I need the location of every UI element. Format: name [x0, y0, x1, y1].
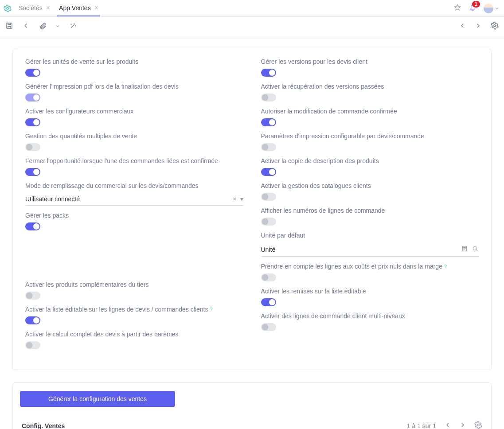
toggle-manage_versions[interactable]: [261, 69, 276, 77]
chevron-down-icon[interactable]: ▾: [240, 195, 243, 203]
setting-complementary_products: Activer les produits complémentaires du …: [25, 281, 243, 300]
toggle-close_opportunity[interactable]: [25, 168, 40, 176]
setting-label: Activer la copie de description des prod…: [261, 157, 479, 164]
toggle-editable_list[interactable]: [25, 316, 40, 324]
toggle-discounts_editable[interactable]: [261, 298, 276, 306]
view-settings-icon[interactable]: [491, 22, 499, 31]
close-icon[interactable]: ×: [94, 4, 98, 12]
tab-label: Sociétés: [19, 4, 43, 12]
close-icon[interactable]: ×: [46, 4, 50, 12]
svg-point-4: [473, 246, 477, 250]
tab-app-ventes[interactable]: App Ventes ×: [57, 0, 100, 16]
config-section-title: Config. Ventes: [22, 422, 65, 429]
setting-zero_cost_margin: Prendre en compte les lignes aux coûts e…: [261, 263, 479, 281]
setting-label: Afficher les numéros de lignes de comman…: [261, 207, 479, 214]
toggle-multilevel_lines[interactable]: [261, 323, 276, 331]
setting-editable_list: Activer la liste éditable sur les lignes…: [25, 306, 243, 324]
setting-copy_product_desc: Activer la copie de description des prod…: [261, 157, 479, 176]
notifications-bell[interactable]: 1: [469, 4, 477, 13]
record-toolbar: [0, 17, 504, 36]
svg-point-5: [477, 424, 480, 426]
back-icon[interactable]: [22, 22, 30, 31]
next-page-icon[interactable]: [459, 421, 466, 429]
setting-label: Activer les produits complémentaires du …: [25, 281, 243, 288]
grid-settings-icon[interactable]: [474, 421, 482, 429]
setting-label: Gérer les packs: [25, 212, 243, 219]
setting-allow_edit_confirmed: Autoriser la modification de commande co…: [261, 108, 479, 126]
toggle-multi_qty[interactable]: [25, 143, 40, 151]
star-icon[interactable]: [453, 4, 461, 13]
toggle-allow_edit_confirmed[interactable]: [261, 118, 276, 126]
toggle-enable_configurators[interactable]: [25, 118, 40, 126]
lookup-default_unit[interactable]: Unité: [261, 242, 479, 257]
svg-point-2: [494, 25, 496, 27]
prev-record-icon[interactable]: [459, 22, 466, 31]
setting-label: Activer la récupération des versions pas…: [261, 83, 479, 90]
setting-label: Autoriser la modification de commande co…: [261, 108, 479, 115]
setting-print_params: Paramètres d'impression configurable par…: [261, 133, 479, 151]
toggle-print_params[interactable]: [261, 143, 276, 151]
setting-label: Activer le calcul complet des devis à pa…: [25, 331, 243, 338]
prev-page-icon[interactable]: [444, 421, 451, 429]
toggle-copy_product_desc[interactable]: [261, 168, 276, 176]
tab-societes[interactable]: Sociétés ×: [17, 0, 52, 16]
help-icon[interactable]: ?: [210, 307, 212, 312]
toggle-manage_sale_units[interactable]: [25, 69, 40, 77]
setting-manage_sale_units: Gérer les unités de vente sur les produi…: [25, 58, 243, 77]
toggle-client_catalogs[interactable]: [261, 193, 276, 201]
toggle-full_bareme_calc[interactable]: [25, 341, 40, 349]
toggle-recover_past_versions[interactable]: [261, 94, 276, 101]
top-tabs-bar: Sociétés × App Ventes × 1: [0, 0, 504, 17]
setting-client_catalogs: Activer la gestion des catalogues client…: [261, 182, 479, 201]
app-home-icon[interactable]: [4, 0, 12, 16]
setting-recover_past_versions: Activer la récupération des versions pas…: [261, 83, 479, 101]
setting-default_unit: Unité par défautUnité: [261, 232, 479, 257]
setting-manage_versions: Gérer les versions pour les devis client: [261, 58, 479, 77]
setting-fill_mode: Mode de remplissage du commercial sur le…: [25, 182, 243, 206]
setting-label: Activer la liste éditable sur les lignes…: [25, 306, 243, 313]
setting-label: Unité par défaut: [261, 232, 479, 239]
setting-pdf_on_finalize: Générer l'impression pdf lors de la fina…: [25, 83, 243, 101]
next-record-icon[interactable]: [475, 22, 482, 31]
setting-manage_packs: Gérer les packs: [25, 212, 243, 230]
setting-multi_qty: Gestion des quantités multiples de vente: [25, 133, 243, 151]
help-icon[interactable]: ?: [444, 264, 447, 269]
setting-enable_configurators: Activer les configurateurs commerciaux: [25, 108, 243, 126]
setting-label: Activer la gestion des catalogues client…: [261, 182, 479, 189]
magic-wand-icon[interactable]: [69, 22, 77, 31]
setting-label: Activer les remises sur la liste éditabl…: [261, 288, 479, 295]
open-record-icon[interactable]: [461, 245, 468, 254]
select-fill_mode[interactable]: Utilisateur connecté×▾: [25, 193, 243, 206]
toggle-show_line_numbers[interactable]: [261, 218, 276, 226]
setting-label: Gestion des quantités multiples de vente: [25, 133, 243, 140]
setting-full_bareme_calc: Activer le calcul complet des devis à pa…: [25, 331, 243, 349]
setting-label: Mode de remplissage du commercial sur le…: [25, 182, 243, 189]
user-menu[interactable]: [484, 4, 500, 13]
toggle-pdf_on_finalize[interactable]: [25, 94, 40, 101]
setting-label: Paramètres d'impression configurable par…: [261, 133, 479, 140]
setting-discounts_editable: Activer les remises sur la liste éditabl…: [261, 288, 479, 306]
toggle-manage_packs[interactable]: [25, 222, 40, 230]
config-pager-text: 1 à 1 sur 1: [407, 422, 436, 429]
setting-label: Activer les configurateurs commerciaux: [25, 108, 243, 115]
search-icon[interactable]: [472, 245, 479, 254]
tab-label: App Ventes: [59, 4, 91, 12]
toggle-complementary_products[interactable]: [25, 292, 40, 300]
toolbar-more-caret[interactable]: [55, 23, 60, 30]
clear-icon[interactable]: ×: [233, 195, 236, 203]
setting-close_opportunity: Fermer l'opportunité lorsque l'une des c…: [25, 157, 243, 176]
setting-label: Générer l'impression pdf lors de la fina…: [25, 83, 243, 90]
setting-label: Fermer l'opportunité lorsque l'une des c…: [25, 157, 243, 164]
toggle-zero_cost_margin[interactable]: [261, 273, 276, 281]
notification-badge: 1: [472, 1, 480, 8]
svg-point-0: [7, 7, 9, 9]
generate-sales-config-button[interactable]: Générer la configuration des ventes: [20, 391, 175, 407]
select-value: Utilisateur connecté: [25, 195, 80, 203]
attachment-icon[interactable]: [39, 22, 47, 31]
svg-rect-1: [7, 23, 12, 28]
sales-settings-panel: Gérer les unités de vente sur les produi…: [12, 49, 492, 370]
avatar: [484, 4, 493, 13]
sales-config-panel: Générer la configuration des ventes Conf…: [12, 382, 492, 429]
setting-label: Activer des lignes de commande client mu…: [261, 312, 479, 320]
save-icon[interactable]: [5, 22, 13, 31]
